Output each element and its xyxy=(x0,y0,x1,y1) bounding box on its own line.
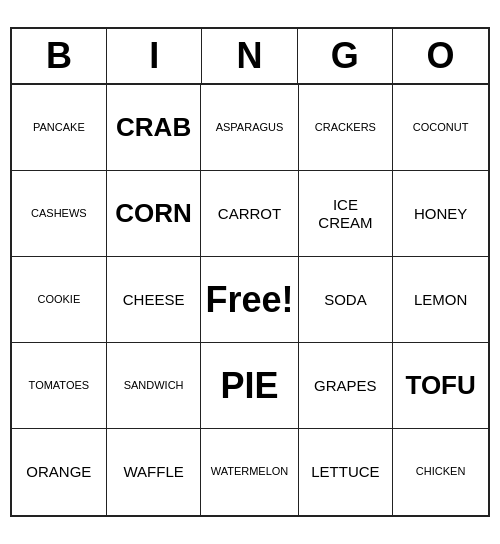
bingo-cell[interactable]: Free! xyxy=(201,257,298,343)
cell-label: PIE xyxy=(220,364,278,407)
cell-label: TOFU xyxy=(405,370,475,401)
cell-label: LETTUCE xyxy=(311,463,379,481)
cell-label: CHICKEN xyxy=(416,465,466,478)
bingo-cell[interactable]: CHEESE xyxy=(107,257,202,343)
cell-label: WAFFLE xyxy=(123,463,183,481)
cell-label: SODA xyxy=(324,291,367,309)
bingo-cell[interactable]: HONEY xyxy=(393,171,488,257)
cell-label: CHEESE xyxy=(123,291,185,309)
header-letter: O xyxy=(393,29,488,83)
cell-label: CASHEWS xyxy=(31,207,87,220)
cell-label: PANCAKE xyxy=(33,121,85,134)
bingo-header: BINGO xyxy=(12,29,488,85)
bingo-cell[interactable]: CASHEWS xyxy=(12,171,107,257)
cell-label: SANDWICH xyxy=(124,379,184,392)
bingo-cell[interactable]: LEMON xyxy=(393,257,488,343)
bingo-cell[interactable]: WATERMELON xyxy=(201,429,298,515)
bingo-cell[interactable]: PIE xyxy=(201,343,298,429)
header-letter: N xyxy=(202,29,297,83)
cell-label: TOMATOES xyxy=(29,379,90,392)
bingo-cell[interactable]: ICE CREAM xyxy=(299,171,394,257)
cell-label: Free! xyxy=(205,278,293,321)
bingo-cell[interactable]: CHICKEN xyxy=(393,429,488,515)
cell-label: CRAB xyxy=(116,112,191,143)
cell-label: CARROT xyxy=(218,205,281,223)
bingo-cell[interactable]: CRAB xyxy=(107,85,202,171)
bingo-cell[interactable]: SODA xyxy=(299,257,394,343)
bingo-cell[interactable]: TOMATOES xyxy=(12,343,107,429)
bingo-cell[interactable]: COCONUT xyxy=(393,85,488,171)
cell-label: CORN xyxy=(115,198,192,229)
bingo-cell[interactable]: CRACKERS xyxy=(299,85,394,171)
bingo-cell[interactable]: WAFFLE xyxy=(107,429,202,515)
cell-label: COOKIE xyxy=(37,293,80,306)
bingo-cell[interactable]: TOFU xyxy=(393,343,488,429)
cell-label: CRACKERS xyxy=(315,121,376,134)
bingo-grid: PANCAKECRABASPARAGUSCRACKERSCOCONUTCASHE… xyxy=(12,85,488,515)
cell-label: WATERMELON xyxy=(211,465,289,478)
header-letter: B xyxy=(12,29,107,83)
bingo-cell[interactable]: LETTUCE xyxy=(299,429,394,515)
bingo-cell[interactable]: ASPARAGUS xyxy=(201,85,298,171)
cell-label: HONEY xyxy=(414,205,467,223)
bingo-cell[interactable]: ORANGE xyxy=(12,429,107,515)
bingo-cell[interactable]: CORN xyxy=(107,171,202,257)
cell-label: ASPARAGUS xyxy=(216,121,284,134)
cell-label: COCONUT xyxy=(413,121,469,134)
bingo-cell[interactable]: GRAPES xyxy=(299,343,394,429)
bingo-cell[interactable]: CARROT xyxy=(201,171,298,257)
header-letter: G xyxy=(298,29,393,83)
bingo-cell[interactable]: PANCAKE xyxy=(12,85,107,171)
cell-label: GRAPES xyxy=(314,377,377,395)
cell-label: LEMON xyxy=(414,291,467,309)
header-letter: I xyxy=(107,29,202,83)
bingo-card: BINGO PANCAKECRABASPARAGUSCRACKERSCOCONU… xyxy=(10,27,490,517)
bingo-cell[interactable]: COOKIE xyxy=(12,257,107,343)
cell-label: ICE CREAM xyxy=(318,196,372,232)
cell-label: ORANGE xyxy=(26,463,91,481)
bingo-cell[interactable]: SANDWICH xyxy=(107,343,202,429)
